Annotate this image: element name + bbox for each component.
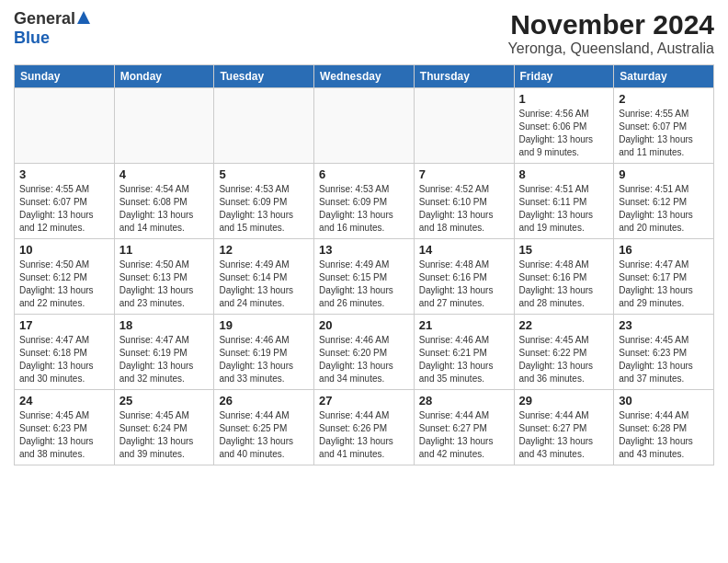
calendar-day-cell: 29Sunrise: 4:44 AM Sunset: 6:27 PM Dayli… [514,390,614,465]
day-number: 24 [19,394,109,408]
logo-icon [77,11,90,28]
calendar-day-cell: 26Sunrise: 4:44 AM Sunset: 6:25 PM Dayli… [214,390,314,465]
day-number: 22 [519,318,609,332]
calendar-day-cell: 1Sunrise: 4:56 AM Sunset: 6:06 PM Daylig… [514,88,614,164]
calendar-day-cell [314,88,415,164]
day-number: 14 [419,243,509,257]
calendar-day-cell: 5Sunrise: 4:53 AM Sunset: 6:09 PM Daylig… [214,164,314,239]
calendar-day-cell: 9Sunrise: 4:51 AM Sunset: 6:12 PM Daylig… [614,164,714,239]
calendar-day-cell: 21Sunrise: 4:46 AM Sunset: 6:21 PM Dayli… [414,315,514,390]
day-detail: Sunrise: 4:51 AM Sunset: 6:11 PM Dayligh… [519,183,609,235]
day-number: 20 [319,318,409,332]
calendar-header-row: Sunday Monday Tuesday Wednesday Thursday… [15,65,714,88]
day-number: 23 [619,318,709,332]
calendar-week-row: 3Sunrise: 4:55 AM Sunset: 6:07 PM Daylig… [15,164,714,239]
calendar-day-cell: 7Sunrise: 4:52 AM Sunset: 6:10 PM Daylig… [414,164,514,239]
day-detail: Sunrise: 4:44 AM Sunset: 6:27 PM Dayligh… [419,409,509,461]
calendar-day-cell: 20Sunrise: 4:46 AM Sunset: 6:20 PM Dayli… [314,315,415,390]
day-number: 10 [19,243,109,257]
header-friday: Friday [514,65,614,88]
day-number: 28 [419,394,509,408]
calendar-day-cell: 3Sunrise: 4:55 AM Sunset: 6:07 PM Daylig… [15,164,115,239]
day-detail: Sunrise: 4:50 AM Sunset: 6:13 PM Dayligh… [119,259,210,310]
day-number: 25 [119,394,210,408]
day-number: 17 [19,318,109,332]
calendar-day-cell: 2Sunrise: 4:55 AM Sunset: 6:07 PM Daylig… [614,88,714,164]
page-header: General Blue November 2024 Yeronga, Quee… [14,9,714,57]
day-detail: Sunrise: 4:56 AM Sunset: 6:06 PM Dayligh… [519,108,609,159]
header-sunday: Sunday [15,65,115,88]
day-detail: Sunrise: 4:44 AM Sunset: 6:25 PM Dayligh… [219,409,309,461]
logo: General Blue [14,9,90,48]
calendar-day-cell: 22Sunrise: 4:45 AM Sunset: 6:22 PM Dayli… [514,315,614,390]
day-number: 27 [319,394,409,408]
calendar-day-cell: 19Sunrise: 4:46 AM Sunset: 6:19 PM Dayli… [214,315,314,390]
day-detail: Sunrise: 4:46 AM Sunset: 6:20 PM Dayligh… [319,334,409,385]
day-number: 5 [219,167,309,181]
calendar-week-row: 24Sunrise: 4:45 AM Sunset: 6:23 PM Dayli… [15,390,714,465]
header-thursday: Thursday [414,65,514,88]
day-detail: Sunrise: 4:50 AM Sunset: 6:12 PM Dayligh… [19,259,109,310]
header-monday: Monday [114,65,214,88]
day-number: 12 [219,243,309,257]
header-wednesday: Wednesday [314,65,415,88]
day-detail: Sunrise: 4:44 AM Sunset: 6:26 PM Dayligh… [319,409,409,461]
calendar-day-cell: 18Sunrise: 4:47 AM Sunset: 6:19 PM Dayli… [114,315,214,390]
calendar-day-cell [114,88,214,164]
calendar-day-cell: 8Sunrise: 4:51 AM Sunset: 6:11 PM Daylig… [514,164,614,239]
calendar-day-cell [214,88,314,164]
calendar-day-cell [15,88,115,164]
day-detail: Sunrise: 4:46 AM Sunset: 6:19 PM Dayligh… [219,334,309,385]
calendar-day-cell: 15Sunrise: 4:48 AM Sunset: 6:16 PM Dayli… [514,239,614,315]
calendar-day-cell: 24Sunrise: 4:45 AM Sunset: 6:23 PM Dayli… [15,390,115,465]
sub-title: Yeronga, Queensland, Australia [508,40,714,57]
day-detail: Sunrise: 4:48 AM Sunset: 6:16 PM Dayligh… [519,259,609,310]
day-detail: Sunrise: 4:53 AM Sunset: 6:09 PM Dayligh… [319,183,409,235]
day-number: 4 [119,167,210,181]
day-detail: Sunrise: 4:45 AM Sunset: 6:23 PM Dayligh… [19,409,109,461]
day-number: 18 [119,318,210,332]
day-detail: Sunrise: 4:45 AM Sunset: 6:22 PM Dayligh… [519,334,609,385]
day-number: 6 [319,167,409,181]
day-detail: Sunrise: 4:51 AM Sunset: 6:12 PM Dayligh… [619,183,709,235]
day-number: 19 [219,318,309,332]
day-detail: Sunrise: 4:45 AM Sunset: 6:23 PM Dayligh… [619,334,709,385]
day-detail: Sunrise: 4:44 AM Sunset: 6:28 PM Dayligh… [619,409,709,461]
calendar-day-cell: 30Sunrise: 4:44 AM Sunset: 6:28 PM Dayli… [614,390,714,465]
day-number: 21 [419,318,509,332]
calendar-day-cell: 23Sunrise: 4:45 AM Sunset: 6:23 PM Dayli… [614,315,714,390]
day-detail: Sunrise: 4:47 AM Sunset: 6:18 PM Dayligh… [19,334,109,385]
calendar-day-cell: 27Sunrise: 4:44 AM Sunset: 6:26 PM Dayli… [314,390,415,465]
day-detail: Sunrise: 4:47 AM Sunset: 6:19 PM Dayligh… [119,334,210,385]
page-container: General Blue November 2024 Yeronga, Quee… [0,0,728,470]
day-number: 7 [419,167,509,181]
calendar-day-cell: 28Sunrise: 4:44 AM Sunset: 6:27 PM Dayli… [414,390,514,465]
title-block: November 2024 Yeronga, Queensland, Austr… [508,9,714,57]
calendar-day-cell: 12Sunrise: 4:49 AM Sunset: 6:14 PM Dayli… [214,239,314,315]
header-saturday: Saturday [614,65,714,88]
day-detail: Sunrise: 4:49 AM Sunset: 6:15 PM Dayligh… [319,259,409,310]
day-detail: Sunrise: 4:52 AM Sunset: 6:10 PM Dayligh… [419,183,509,235]
day-detail: Sunrise: 4:44 AM Sunset: 6:27 PM Dayligh… [519,409,609,461]
calendar-day-cell: 11Sunrise: 4:50 AM Sunset: 6:13 PM Dayli… [114,239,214,315]
logo-blue: Blue [14,29,50,47]
day-detail: Sunrise: 4:45 AM Sunset: 6:24 PM Dayligh… [119,409,210,461]
day-number: 1 [519,92,609,106]
logo-general: General [14,9,75,29]
calendar-day-cell: 25Sunrise: 4:45 AM Sunset: 6:24 PM Dayli… [114,390,214,465]
day-detail: Sunrise: 4:48 AM Sunset: 6:16 PM Dayligh… [419,259,509,310]
calendar-week-row: 17Sunrise: 4:47 AM Sunset: 6:18 PM Dayli… [15,315,714,390]
calendar-day-cell: 16Sunrise: 4:47 AM Sunset: 6:17 PM Dayli… [614,239,714,315]
day-number: 11 [119,243,210,257]
day-number: 9 [619,167,709,181]
day-detail: Sunrise: 4:55 AM Sunset: 6:07 PM Dayligh… [619,108,709,159]
day-number: 13 [319,243,409,257]
header-tuesday: Tuesday [214,65,314,88]
day-number: 2 [619,92,709,106]
day-number: 26 [219,394,309,408]
main-title: November 2024 [508,9,714,40]
calendar-day-cell: 10Sunrise: 4:50 AM Sunset: 6:12 PM Dayli… [15,239,115,315]
day-detail: Sunrise: 4:46 AM Sunset: 6:21 PM Dayligh… [419,334,509,385]
calendar-week-row: 10Sunrise: 4:50 AM Sunset: 6:12 PM Dayli… [15,239,714,315]
day-detail: Sunrise: 4:54 AM Sunset: 6:08 PM Dayligh… [119,183,210,235]
